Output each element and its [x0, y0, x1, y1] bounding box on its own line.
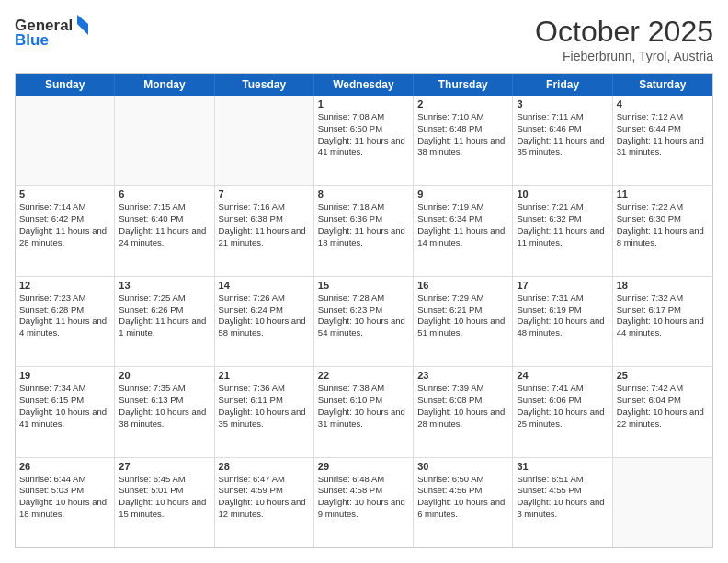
daylight-text: Daylight: 11 hours and 38 minutes. [417, 135, 508, 159]
daylight-text: Daylight: 11 hours and 21 minutes. [219, 225, 310, 249]
calendar-row: 1Sunrise: 7:08 AMSunset: 6:50 PMDaylight… [16, 96, 712, 186]
weekday-header-thursday: Thursday [414, 74, 513, 96]
daylight-text: Daylight: 10 hours and 12 minutes. [219, 497, 310, 521]
sunrise-text: Sunrise: 7:39 AM [417, 383, 508, 395]
day-number: 4 [617, 98, 709, 109]
day-number: 7 [219, 189, 310, 200]
sunrise-text: Sunrise: 6:45 AM [119, 474, 210, 486]
sunrise-text: Sunrise: 7:36 AM [219, 383, 310, 395]
sunrise-text: Sunrise: 6:47 AM [219, 474, 310, 486]
sunrise-text: Sunrise: 7:18 AM [318, 201, 409, 213]
day-number: 16 [417, 280, 508, 291]
day-number: 3 [517, 98, 608, 109]
calendar-cell: 26Sunrise: 6:44 AMSunset: 5:03 PMDayligh… [16, 458, 115, 547]
calendar-cell: 7Sunrise: 7:16 AMSunset: 6:38 PMDaylight… [215, 186, 314, 275]
svg-marker-3 [77, 24, 88, 35]
sunrise-text: Sunrise: 7:12 AM [617, 111, 709, 123]
calendar-cell [115, 96, 214, 185]
calendar-cell: 23Sunrise: 7:39 AMSunset: 6:08 PMDayligh… [414, 367, 513, 456]
calendar-row: 19Sunrise: 7:34 AMSunset: 6:15 PMDayligh… [16, 367, 712, 457]
daylight-text: Daylight: 11 hours and 4 minutes. [19, 316, 110, 339]
day-number: 18 [617, 280, 709, 291]
calendar-cell: 16Sunrise: 7:29 AMSunset: 6:21 PMDayligh… [414, 277, 513, 366]
day-number: 17 [517, 280, 608, 291]
day-number: 1 [318, 98, 409, 109]
calendar-row: 12Sunrise: 7:23 AMSunset: 6:28 PMDayligh… [16, 277, 712, 367]
sunset-text: Sunset: 5:01 PM [119, 485, 210, 497]
daylight-text: Daylight: 11 hours and 35 minutes. [517, 135, 608, 159]
calendar-cell: 20Sunrise: 7:35 AMSunset: 6:13 PMDayligh… [115, 367, 214, 456]
sunset-text: Sunset: 5:03 PM [19, 485, 110, 497]
calendar-cell: 14Sunrise: 7:26 AMSunset: 6:24 PMDayligh… [215, 277, 314, 366]
svg-text:Blue: Blue [15, 31, 49, 49]
calendar-cell: 21Sunrise: 7:36 AMSunset: 6:11 PMDayligh… [215, 367, 314, 456]
sunrise-text: Sunrise: 7:22 AM [617, 201, 709, 213]
sunset-text: Sunset: 6:28 PM [19, 304, 110, 316]
weekday-header-friday: Friday [513, 74, 612, 96]
daylight-text: Daylight: 11 hours and 28 minutes. [19, 225, 110, 249]
daylight-text: Daylight: 10 hours and 6 minutes. [417, 497, 508, 521]
sunset-text: Sunset: 6:44 PM [617, 123, 709, 135]
daylight-text: Daylight: 11 hours and 14 minutes. [417, 225, 508, 249]
day-number: 22 [318, 370, 409, 381]
day-number: 10 [517, 189, 608, 200]
weekday-header-wednesday: Wednesday [314, 74, 414, 96]
sunrise-text: Sunrise: 6:51 AM [517, 474, 608, 486]
header: GeneralBlue October 2025 Fieberbrunn, Ty… [15, 15, 713, 63]
sunrise-text: Sunrise: 7:25 AM [119, 293, 210, 304]
sunrise-text: Sunrise: 7:38 AM [318, 383, 409, 395]
daylight-text: Daylight: 10 hours and 9 minutes. [318, 497, 409, 521]
calendar-cell: 15Sunrise: 7:28 AMSunset: 6:23 PMDayligh… [314, 277, 414, 366]
day-number: 5 [19, 189, 110, 200]
day-number: 24 [517, 370, 608, 381]
sunrise-text: Sunrise: 7:35 AM [119, 383, 210, 395]
page: GeneralBlue October 2025 Fieberbrunn, Ty… [0, 0, 728, 563]
daylight-text: Daylight: 10 hours and 18 minutes. [19, 497, 110, 521]
day-number: 31 [517, 461, 608, 472]
location: Fieberbrunn, Tyrol, Austria [535, 49, 713, 63]
calendar-cell: 19Sunrise: 7:34 AMSunset: 6:15 PMDayligh… [16, 367, 115, 456]
calendar-cell: 31Sunrise: 6:51 AMSunset: 4:55 PMDayligh… [513, 458, 612, 547]
day-number: 23 [417, 370, 508, 381]
calendar-cell: 29Sunrise: 6:48 AMSunset: 4:58 PMDayligh… [314, 458, 414, 547]
sunset-text: Sunset: 6:19 PM [517, 304, 608, 316]
sunset-text: Sunset: 6:32 PM [517, 213, 608, 225]
sunrise-text: Sunrise: 7:11 AM [517, 111, 608, 123]
weekday-header-saturday: Saturday [613, 74, 712, 96]
sunset-text: Sunset: 4:58 PM [318, 485, 409, 497]
sunrise-text: Sunrise: 7:16 AM [219, 201, 310, 213]
daylight-text: Daylight: 11 hours and 1 minute. [119, 316, 210, 339]
sunset-text: Sunset: 6:10 PM [318, 395, 409, 407]
calendar-cell: 1Sunrise: 7:08 AMSunset: 6:50 PMDaylight… [314, 96, 414, 185]
day-number: 6 [119, 189, 210, 200]
sunset-text: Sunset: 6:34 PM [417, 213, 508, 225]
sunrise-text: Sunrise: 6:50 AM [417, 474, 508, 486]
calendar-cell: 13Sunrise: 7:25 AMSunset: 6:26 PMDayligh… [115, 277, 214, 366]
day-number: 13 [119, 280, 210, 291]
weekday-header-tuesday: Tuesday [215, 74, 314, 96]
sunset-text: Sunset: 4:56 PM [417, 485, 508, 497]
sunset-text: Sunset: 6:36 PM [318, 213, 409, 225]
day-number: 2 [417, 98, 508, 109]
daylight-text: Daylight: 10 hours and 51 minutes. [417, 316, 508, 339]
day-number: 15 [318, 280, 409, 291]
calendar-cell [16, 96, 115, 185]
calendar-header: SundayMondayTuesdayWednesdayThursdayFrid… [16, 74, 712, 96]
daylight-text: Daylight: 10 hours and 15 minutes. [119, 497, 210, 521]
calendar-cell: 25Sunrise: 7:42 AMSunset: 6:04 PMDayligh… [613, 367, 712, 456]
sunset-text: Sunset: 6:15 PM [19, 395, 110, 407]
sunrise-text: Sunrise: 7:15 AM [119, 201, 210, 213]
sunset-text: Sunset: 6:46 PM [517, 123, 608, 135]
sunset-text: Sunset: 6:26 PM [119, 304, 210, 316]
calendar-body: 1Sunrise: 7:08 AMSunset: 6:50 PMDaylight… [16, 96, 712, 547]
sunset-text: Sunset: 6:24 PM [219, 304, 310, 316]
calendar-cell: 10Sunrise: 7:21 AMSunset: 6:32 PMDayligh… [513, 186, 612, 275]
sunrise-text: Sunrise: 7:28 AM [318, 293, 409, 304]
daylight-text: Daylight: 10 hours and 3 minutes. [517, 497, 608, 521]
sunrise-text: Sunrise: 7:19 AM [417, 201, 508, 213]
calendar-cell: 27Sunrise: 6:45 AMSunset: 5:01 PMDayligh… [115, 458, 214, 547]
sunset-text: Sunset: 6:38 PM [219, 213, 310, 225]
daylight-text: Daylight: 10 hours and 44 minutes. [617, 316, 709, 339]
sunset-text: Sunset: 6:13 PM [119, 395, 210, 407]
calendar-cell: 12Sunrise: 7:23 AMSunset: 6:28 PMDayligh… [16, 277, 115, 366]
